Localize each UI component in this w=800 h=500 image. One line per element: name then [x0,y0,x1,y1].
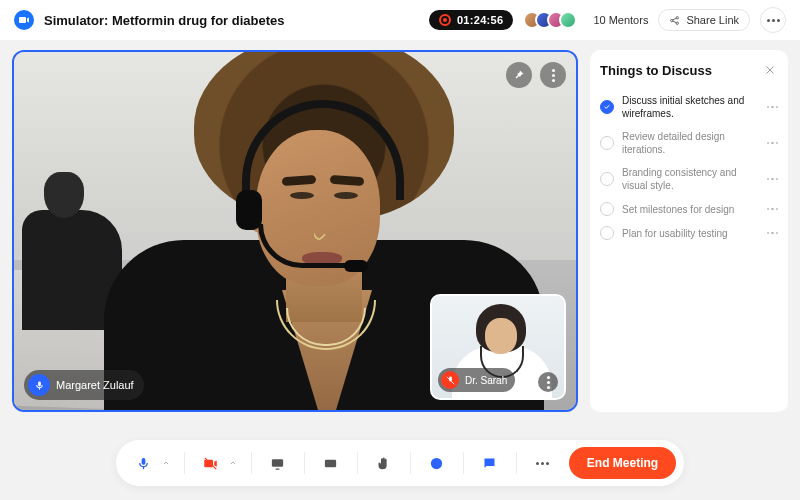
app-logo [14,10,34,30]
ellipsis-icon [536,462,549,465]
chevron-up-icon [229,459,237,467]
checkbox-unchecked-icon[interactable] [600,172,614,186]
closed-captions-button[interactable] [317,449,345,477]
raise-hand-button[interactable] [370,449,398,477]
discuss-item-more-button[interactable] [767,208,779,211]
dock-more-button[interactable] [529,449,557,477]
discuss-item-text: Plan for usability testing [622,227,759,240]
primary-mic-status [28,374,50,396]
discuss-item-text: Review detailed design iterations. [622,130,759,156]
mic-icon [136,456,151,471]
pip-video[interactable]: Dr. Sarah [430,294,566,400]
ellipsis-icon [767,19,780,22]
discuss-item[interactable]: Set milestones for design [600,198,778,220]
record-icon [439,14,451,26]
mic-toggle-button[interactable] [130,449,158,477]
chat-icon [482,456,497,471]
raise-hand-icon [376,456,391,471]
share-screen-button[interactable] [264,449,292,477]
recording-timer: 01:24:56 [457,14,503,26]
svg-rect-4 [325,459,336,467]
mentors-count: 10 Mentors [593,14,648,26]
camera-toggle-button[interactable] [197,449,225,477]
discuss-item[interactable]: Review detailed design iterations. [600,126,778,160]
checkbox-checked-icon[interactable] [600,100,614,114]
discuss-item[interactable]: Plan for usability testing [600,222,778,244]
share-icon [669,15,680,26]
cc-icon [323,456,338,471]
mic-off-icon [445,375,456,386]
recording-indicator[interactable]: 01:24:56 [429,10,513,30]
end-meeting-button[interactable]: End Meeting [569,447,676,479]
pip-more-button[interactable] [538,372,558,392]
checkbox-unchecked-icon[interactable] [600,136,614,150]
video-icon [18,14,30,26]
mentor-avatars[interactable] [523,11,577,29]
close-icon [764,64,776,76]
screen-share-icon [270,456,285,471]
checkbox-unchecked-icon[interactable] [600,202,614,216]
discuss-item-more-button[interactable] [767,142,779,145]
primary-name-chip: Margaret Zulauf [24,370,144,400]
share-link-button[interactable]: Share Link [658,9,750,31]
top-bar: Simulator: Metformin drug for diabetes 0… [0,0,800,40]
chevron-up-icon [162,459,170,467]
svg-rect-3 [272,459,283,467]
discuss-panel-title: Things to Discuss [600,63,712,78]
stage-more-button[interactable] [540,62,566,88]
svg-point-5 [431,457,442,468]
kebab-icon [547,376,550,389]
pip-name-chip: Dr. Sarah [438,368,515,392]
checkbox-unchecked-icon[interactable] [600,226,614,240]
smile-icon [429,456,444,471]
discuss-item-text: Set milestones for design [622,203,759,216]
avatar [559,11,577,29]
video-stage: Margaret Zulauf Dr. Sarah [12,50,578,412]
page-title: Simulator: Metformin drug for diabetes [44,13,285,28]
discuss-item-more-button[interactable] [767,232,779,235]
primary-participant-name: Margaret Zulauf [56,379,134,391]
discuss-item-more-button[interactable] [767,178,779,181]
pip-mic-status [441,371,459,389]
discuss-item[interactable]: Branding consistency and visual style. [600,162,778,196]
more-button[interactable] [760,7,786,33]
camera-off-icon [203,456,218,471]
close-panel-button[interactable] [762,62,778,78]
dock-area: End Meeting [0,426,800,500]
discuss-item-text: Branding consistency and visual style. [622,166,759,192]
control-dock: End Meeting [116,440,684,486]
camera-options-button[interactable] [227,449,239,477]
discuss-item-text: Discuss initial sketches and wireframes. [622,94,759,120]
discuss-item-more-button[interactable] [767,106,779,109]
pip-participant-name: Dr. Sarah [465,375,507,386]
mic-options-button[interactable] [160,449,172,477]
discuss-item[interactable]: Discuss initial sketches and wireframes. [600,90,778,124]
main-area: Margaret Zulauf Dr. Sarah Thing [0,40,800,426]
discuss-panel: Things to Discuss Discuss initial sketch… [590,50,788,412]
pin-icon [513,69,525,81]
kebab-icon [552,69,555,82]
discuss-list: Discuss initial sketches and wireframes.… [600,90,778,244]
reactions-button[interactable] [423,449,451,477]
pin-button[interactable] [506,62,532,88]
chat-button[interactable] [476,449,504,477]
mic-icon [34,380,45,391]
